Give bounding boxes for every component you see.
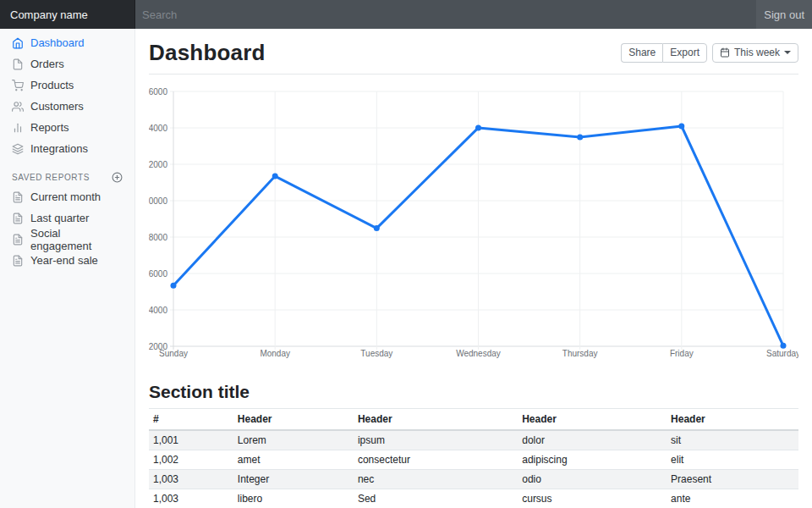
plus-circle-icon (112, 172, 123, 183)
layers-icon (12, 143, 24, 155)
period-dropdown[interactable]: This week (712, 43, 798, 62)
table-cell: Praesent (667, 470, 798, 489)
svg-text:26000: 26000 (149, 87, 167, 97)
top-navbar: Company name Sign out (0, 0, 812, 29)
svg-text:Friday: Friday (670, 349, 694, 358)
sidebar-item-integrations[interactable]: Integrations (0, 138, 134, 159)
page-title: Dashboard (149, 40, 266, 66)
table-header-cell: Header (667, 409, 798, 431)
table-cell: elit (667, 450, 798, 470)
saved-report-social-engagement[interactable]: Social engagement (0, 229, 134, 250)
sidebar-item-label: Integrations (30, 142, 88, 155)
sign-out-link[interactable]: Sign out (756, 0, 812, 29)
table-cell: sit (667, 430, 798, 450)
sidebar-item-label: Products (30, 79, 74, 91)
users-icon (12, 101, 24, 113)
file-text-icon (12, 191, 24, 203)
share-button[interactable]: Share (621, 43, 662, 62)
table-body: 1,001Loremipsumdolorsit1,002ametconsecte… (149, 430, 798, 508)
saved-reports-nav: Current monthLast quarterSocial engageme… (0, 186, 134, 271)
saved-report-label: Last quarter (30, 212, 89, 224)
table-cell: Integer (233, 470, 354, 489)
svg-text:14000: 14000 (149, 306, 167, 315)
saved-reports-heading: Saved reports (12, 173, 90, 182)
saved-report-current-month[interactable]: Current month (0, 186, 134, 207)
saved-report-last-quarter[interactable]: Last quarter (0, 207, 134, 229)
data-table: #HeaderHeaderHeaderHeader 1,001Loremipsu… (149, 408, 798, 508)
toolbar: Share Export This week (621, 43, 798, 62)
brand[interactable]: Company name (0, 0, 135, 29)
table-row: 1,002ametconsecteturadipiscingelit (149, 450, 798, 470)
svg-text:18000: 18000 (149, 233, 167, 242)
sidebar-item-reports[interactable]: Reports (0, 117, 134, 138)
svg-text:24000: 24000 (149, 124, 167, 133)
svg-text:Wednesday: Wednesday (456, 349, 501, 358)
table-cell: 1,002 (149, 450, 233, 470)
sidebar-nav: DashboardOrdersProductsCustomersReportsI… (0, 32, 134, 159)
export-button[interactable]: Export (662, 43, 707, 62)
svg-text:20000: 20000 (149, 196, 167, 206)
svg-text:Monday: Monday (260, 349, 290, 358)
saved-report-label: Social engagement (30, 227, 123, 252)
chevron-down-icon (784, 51, 791, 54)
table-cell: odio (518, 470, 667, 489)
file-icon (12, 58, 24, 70)
layout: DashboardOrdersProductsCustomersReportsI… (0, 29, 812, 508)
sidebar-item-customers[interactable]: Customers (0, 96, 134, 117)
line-chart-svg: 1200014000160001800020000220002400026000… (149, 85, 798, 364)
table-cell: libero (233, 489, 354, 508)
table-cell: 1,001 (149, 430, 233, 450)
table-cell: amet (233, 450, 354, 470)
table-row: 1,003liberoSedcursusante (149, 489, 798, 508)
table-cell: dolor (518, 430, 667, 450)
shopping-cart-icon (12, 80, 24, 91)
table-cell: adipiscing (518, 450, 667, 470)
period-label: This week (734, 47, 780, 58)
table-cell: 1,003 (149, 470, 233, 489)
share-export-group: Share Export (621, 43, 707, 62)
svg-text:16000: 16000 (149, 269, 167, 279)
table-header-cell: Header (518, 409, 667, 431)
table-head: #HeaderHeaderHeaderHeader (149, 409, 798, 431)
home-icon (12, 37, 24, 49)
sidebar-item-label: Dashboard (30, 36, 85, 49)
saved-reports-header: Saved reports (0, 172, 134, 186)
sidebar-item-label: Customers (30, 100, 84, 113)
table-cell: 1,003 (149, 489, 233, 508)
saved-report-label: Current month (30, 190, 101, 203)
table-row: 1,001Loremipsumdolorsit (149, 430, 798, 450)
svg-text:Tuesday: Tuesday (360, 349, 392, 358)
table-cell: ante (667, 489, 798, 508)
table-header-cell: Header (233, 409, 354, 431)
sidebar-item-label: Orders (30, 58, 64, 70)
sales-line-chart: 1200014000160001800020000220002400026000… (149, 85, 798, 367)
svg-text:Sunday: Sunday (159, 349, 188, 358)
file-text-icon (12, 234, 24, 246)
table-row: 1,003IntegernecodioPraesent (149, 470, 798, 489)
file-text-icon (12, 255, 24, 267)
sidebar-item-orders[interactable]: Orders (0, 53, 134, 75)
svg-text:Saturday: Saturday (766, 349, 798, 358)
sidebar-item-dashboard[interactable]: Dashboard (0, 32, 134, 53)
add-report-button[interactable] (112, 172, 123, 183)
saved-report-year-end-sale[interactable]: Year-end sale (0, 250, 134, 271)
search-input[interactable] (135, 0, 756, 29)
table-cell: ipsum (354, 430, 518, 450)
table-cell: nec (354, 470, 518, 489)
calendar-icon (720, 47, 730, 58)
svg-text:Thursday: Thursday (562, 349, 598, 358)
page-header: Dashboard Share Export This week (149, 29, 798, 75)
table-header-cell: Header (354, 409, 518, 431)
calendar-icon (720, 47, 730, 58)
table-cell: Sed (354, 489, 518, 508)
sidebar-item-products[interactable]: Products (0, 75, 134, 96)
svg-text:22000: 22000 (149, 160, 167, 169)
sidebar-item-label: Reports (30, 121, 69, 134)
table-cell: Lorem (233, 430, 354, 450)
table-cell: consectetur (354, 450, 518, 470)
file-text-icon (12, 213, 24, 224)
bar-chart-icon (12, 122, 24, 134)
table-header-cell: # (149, 409, 233, 431)
sidebar: DashboardOrdersProductsCustomersReportsI… (0, 29, 135, 508)
table-cell: cursus (518, 489, 667, 508)
